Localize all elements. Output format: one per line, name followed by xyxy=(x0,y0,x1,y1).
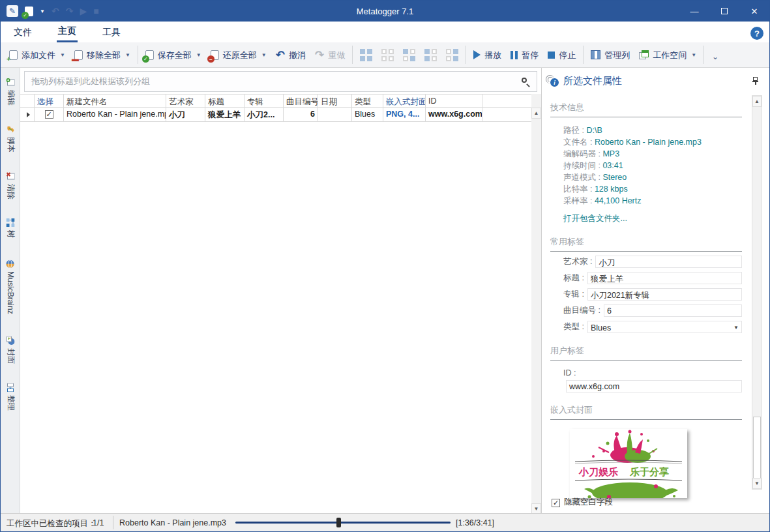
select-all-button[interactable] xyxy=(355,46,377,65)
column-header-date[interactable]: 日期 xyxy=(318,95,352,107)
cell-artist[interactable]: 小刀 xyxy=(166,108,205,121)
scroll-down-icon[interactable]: ▼ xyxy=(752,478,762,489)
genre-select[interactable]: Blues▼ xyxy=(587,321,742,333)
column-header-id[interactable]: ID xyxy=(426,95,482,107)
properties-panel: i 所选文件属性 技术信息 路径 : D:\B 文件名 : Roberto Ka… xyxy=(542,68,770,514)
panel-scrollbar[interactable]: ▲ ▼ xyxy=(752,95,762,490)
artist-input[interactable]: 小刀 xyxy=(595,256,742,268)
sidebar-item-musicbrainz[interactable]: MusicBrainz xyxy=(1,250,20,323)
sidebar-item-clear[interactable]: 清除 xyxy=(1,166,20,206)
maximize-button[interactable] xyxy=(709,1,739,22)
cell-cover-link[interactable]: PNG, 4... xyxy=(383,108,426,121)
sidebar-item-label: 封面 xyxy=(5,348,16,364)
cell-date[interactable] xyxy=(318,108,352,121)
redo-label: 重做 xyxy=(328,51,345,59)
cell-genre[interactable]: Blues xyxy=(352,108,383,121)
album-art[interactable]: 小刀娱乐 乐于分享 xyxy=(570,429,687,498)
pause-button[interactable]: 暂停 xyxy=(506,48,543,63)
save-all-button[interactable]: ✓ 保存全部 ▼ xyxy=(141,47,206,63)
play-icon xyxy=(473,50,481,59)
sidebar-item-tree[interactable]: 树 xyxy=(1,213,20,244)
play-button[interactable]: 播放 xyxy=(469,47,506,63)
column-header-genre[interactable]: 类型 xyxy=(352,95,383,107)
tab-tools[interactable]: 工具 xyxy=(101,23,122,42)
column-header-track[interactable]: 曲目编号 xyxy=(284,95,318,107)
toolbar-separator xyxy=(466,46,466,64)
scrollbar-thumb[interactable] xyxy=(753,417,761,479)
manage-columns-button[interactable]: 管理列 xyxy=(586,47,634,63)
row-checkbox[interactable]: ✓ xyxy=(45,110,53,119)
cell-filename[interactable]: Roberto Kan - Plain jene.mp3 xyxy=(64,108,166,121)
select-left-column-button[interactable] xyxy=(420,46,441,65)
playback-thumb[interactable] xyxy=(336,518,341,527)
column-header-filename[interactable]: 新建文件名 xyxy=(64,95,166,107)
close-button[interactable]: ✕ xyxy=(739,1,769,22)
invert-selection-button[interactable] xyxy=(398,46,420,65)
help-button[interactable]: ? xyxy=(750,27,763,40)
hide-empty-fields-row[interactable]: ✓ 隐藏空白字段 xyxy=(552,497,613,508)
script-icon xyxy=(7,125,15,134)
sidebar-item-cover[interactable]: 封面 xyxy=(1,330,20,370)
playback-slider[interactable] xyxy=(235,514,451,531)
qat-undo-icon[interactable]: ↶ xyxy=(52,7,59,16)
workspace-button[interactable]: 工作空间 ▼ xyxy=(634,47,701,63)
sidebar-item-label: 清除 xyxy=(5,184,16,200)
column-header-artist[interactable]: 艺术家 xyxy=(166,95,205,107)
cell-title[interactable]: 狼爱上羊 xyxy=(205,108,244,121)
current-row-arrow-icon xyxy=(27,112,30,117)
open-containing-folder-link[interactable]: 打开包含文件夹... xyxy=(563,213,742,224)
search-icon[interactable] xyxy=(521,77,530,86)
sidebar-item-edit[interactable]: 编辑 xyxy=(1,72,20,112)
select-right-column-button[interactable] xyxy=(441,46,463,65)
qat-save-all-icon[interactable]: ✓ xyxy=(25,7,33,16)
add-files-label: 添加文件 xyxy=(22,51,55,59)
id-input[interactable]: www.x6g.com xyxy=(566,380,742,392)
undo-button[interactable]: ↶ 撤消 xyxy=(271,46,310,64)
collapse-ribbon-icon[interactable]: ⌄ xyxy=(712,52,718,61)
qat-dropdown-icon[interactable]: ▼ xyxy=(40,8,45,14)
section-user-tags: 用户标签 xyxy=(550,345,742,361)
column-header-album[interactable]: 专辑 xyxy=(244,95,284,107)
pause-label: 暂停 xyxy=(522,51,539,59)
column-header-select[interactable]: 选择 xyxy=(35,95,64,107)
tech-field-bitrate: 比特率 : 128 kbps xyxy=(563,183,742,195)
scroll-up-icon[interactable]: ▲ xyxy=(752,96,762,107)
row-select-cell[interactable]: ✓ xyxy=(35,108,64,121)
track-input[interactable]: 6 xyxy=(604,304,742,317)
album-input[interactable]: 小刀2021新专辑 xyxy=(587,288,742,301)
scroll-up-icon[interactable]: ▲ xyxy=(531,108,541,119)
restore-all-button[interactable]: – 还原全部 ▼ xyxy=(206,47,271,63)
album-label: 专辑 : xyxy=(563,289,584,300)
tab-file[interactable]: 文件 xyxy=(12,23,33,42)
workspace-label: 工作空间 xyxy=(653,51,687,59)
cell-id[interactable]: www.x6g.com xyxy=(426,108,482,121)
remove-all-button[interactable]: ▬ 移除全部 ▼ xyxy=(70,47,135,63)
qat-stop-icon[interactable]: ■ xyxy=(93,7,98,16)
qat-redo-icon[interactable]: ↷ xyxy=(66,7,74,16)
sidebar-item-organize[interactable]: 整理 xyxy=(1,377,20,417)
sidebar-item-script[interactable]: 脚本 xyxy=(1,119,20,159)
tab-home[interactable]: 主页 xyxy=(57,22,78,42)
select-none-button[interactable] xyxy=(377,46,398,65)
group-by-bar[interactable]: 拖动列标题到此处根据该列分组 xyxy=(24,71,537,92)
column-header-cover[interactable]: 嵌入式封面 xyxy=(383,95,426,107)
cell-track[interactable]: 6 xyxy=(284,108,318,121)
cell-album[interactable]: 小刀2... xyxy=(244,108,284,121)
grid-vertical-scrollbar[interactable]: ▲ ▼ xyxy=(531,94,541,514)
tech-field-filename: 文件名 : Roberto Kan - Plain jene.mp3 xyxy=(563,136,742,148)
add-files-button[interactable]: + 添加文件 ▼ xyxy=(5,47,70,63)
pin-icon[interactable] xyxy=(752,77,759,85)
quick-access-toolbar: ✎ ✓ ▼ ↶ ↷ ▶ ■ xyxy=(1,5,99,17)
minimize-button[interactable]: — xyxy=(679,1,709,22)
stop-button[interactable]: 停止 xyxy=(543,48,580,63)
qat-play-icon[interactable]: ▶ xyxy=(80,7,87,16)
hide-empty-checkbox[interactable]: ✓ xyxy=(552,499,560,507)
redo-button[interactable]: ↷ 重做 xyxy=(310,46,349,64)
status-bar: 工作区中已检查的项目： 1/1 Roberto Kan - Plain jene… xyxy=(1,513,769,531)
restore-all-label: 还原全部 xyxy=(223,51,257,59)
title-input[interactable]: 狼爱上羊 xyxy=(587,272,742,284)
tech-field-duration: 持续时间 : 03:41 xyxy=(563,160,742,171)
table-row[interactable]: ✓ Roberto Kan - Plain jene.mp3 小刀 狼爱上羊 小… xyxy=(20,108,531,122)
column-header-title[interactable]: 标题 xyxy=(205,95,244,107)
artist-field-row: 艺术家 : 小刀 xyxy=(563,256,742,268)
